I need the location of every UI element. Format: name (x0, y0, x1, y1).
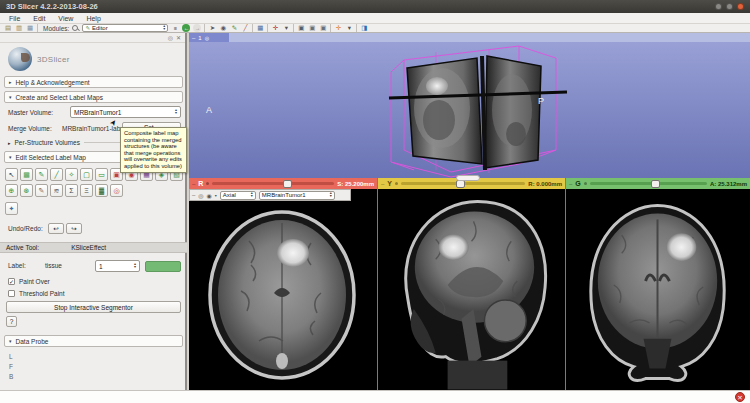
chevron-down-icon[interactable]: ▾ (215, 193, 217, 198)
help-acknowledgement-section[interactable]: ▸ Help & Acknowledgement (4, 76, 183, 88)
chevron-down-icon: ▾ (9, 338, 12, 344)
probe-layer-label: L (9, 353, 13, 360)
ruler-icon[interactable]: ╱ (241, 24, 249, 32)
paint-tool[interactable]: ✎ (35, 168, 48, 181)
green-slice-slider[interactable] (590, 182, 707, 185)
mouse-interaction-icon[interactable]: ➤ (208, 24, 216, 32)
pin-icon[interactable]: ◎ (205, 35, 209, 41)
menu-item[interactable]: Edit (33, 15, 45, 22)
pin-icon[interactable]: ◎ (198, 192, 203, 199)
data-probe-section[interactable]: ▾ Data Probe (4, 335, 183, 347)
error-badge-icon[interactable]: ✕ (735, 392, 745, 402)
orientation-selector[interactable]: Axial ▴▾ (220, 191, 256, 200)
main-toolbar: ▤▥▦ Modules: ✎ Editor ▴▾ ≡←→ ➤◉✎╱▦✛▾▣▣▣✛… (0, 24, 750, 33)
yellow-slice-slider[interactable] (401, 182, 525, 185)
spinbox-arrows-icon[interactable]: ▴▾ (134, 263, 136, 268)
volume-selector[interactable]: MRBrainTumor1 ▴▾ (259, 191, 335, 200)
chevron-down-icon: ▾ (9, 154, 12, 160)
panel-close-icon[interactable]: ✕ (176, 34, 181, 41)
green-slider-handle[interactable] (651, 180, 660, 188)
minimize-button[interactable] (715, 3, 722, 10)
threed-scene[interactable] (189, 42, 750, 178)
coronal-slice-image[interactable] (566, 189, 750, 390)
sceneview-capture-icon[interactable]: ▣ (308, 24, 316, 32)
menu-item[interactable]: View (58, 15, 73, 22)
module-search-icon[interactable] (72, 25, 79, 32)
menu-item[interactable]: Help (86, 15, 100, 22)
slice-menu-icon[interactable] (395, 182, 398, 185)
wand-tool[interactable]: ✧ (65, 168, 78, 181)
erase-label-tool[interactable]: ▩ (20, 168, 33, 181)
red-view-letter: R (198, 180, 203, 187)
module-selector[interactable]: ✎ Editor ▴▾ (82, 24, 168, 32)
kslice-tool[interactable]: ✦ (5, 202, 18, 215)
master-volume-selector[interactable]: MRBrainTumor1 ▴▾ (70, 106, 181, 118)
draw-tool[interactable]: ╱ (50, 168, 63, 181)
import-dicom-icon[interactable]: ▥ (15, 24, 23, 32)
viewers-icon[interactable]: ◉ (219, 24, 227, 32)
layout-icon[interactable]: ▦ (256, 24, 264, 32)
sceneview-restore-icon[interactable]: ▣ (319, 24, 327, 32)
watershed-tool[interactable]: ◎ (110, 184, 123, 197)
visibility-eye-icon[interactable]: ◉ (207, 192, 212, 199)
paint-over-tool[interactable]: ✎ (35, 184, 48, 197)
green-slice-view[interactable]: – G A: 25.312mm (565, 178, 750, 390)
collapse-icon[interactable]: – (192, 192, 195, 198)
maximize-button[interactable] (726, 3, 733, 10)
sagittal-slice-image[interactable] (378, 189, 565, 390)
data-probe-layers: LFB (9, 353, 13, 380)
slice-menu-icon[interactable] (206, 182, 209, 185)
threshold-paint-checkbox[interactable] (8, 290, 15, 297)
edit-pencil-icon[interactable]: ✎ (230, 24, 238, 32)
module-back-icon[interactable]: ← (182, 24, 190, 32)
module-forward-icon[interactable]: → (193, 24, 201, 32)
undo-button[interactable]: ↩ (48, 223, 64, 234)
save-icon[interactable]: ▦ (26, 24, 34, 32)
paint-over-label: Paint Over (19, 278, 50, 285)
panel-pin-icon[interactable]: ◎ (168, 34, 173, 41)
level-tracing-tool[interactable]: ▢ (80, 168, 93, 181)
title-bar[interactable]: 3D Slicer 4.2.2-2013-08-26 (0, 0, 750, 13)
create-select-labelmaps-section[interactable]: ▾ Create and Select Label Maps (4, 91, 183, 103)
yellow-pin-button[interactable] (456, 175, 480, 181)
combo-spinner-icon[interactable]: ▴▾ (175, 109, 177, 114)
erode-tool[interactable]: ⊛ (20, 184, 33, 197)
rectangle-tool[interactable]: ▭ (95, 168, 108, 181)
load-data-icon[interactable]: ▤ (4, 24, 12, 32)
threed-view[interactable]: – 1 ◎ (189, 33, 750, 178)
slice-menu-icon[interactable] (584, 182, 587, 185)
collapse-icon[interactable]: – (192, 181, 195, 187)
label-value-spinbox[interactable]: 1 ▴▾ (95, 260, 140, 272)
red-slider-handle[interactable] (283, 180, 292, 188)
collapse-icon[interactable]: – (381, 181, 384, 187)
combo-spinner-icon[interactable]: ▴▾ (163, 25, 165, 30)
threshold-tool[interactable]: Σ (65, 184, 78, 197)
close-button[interactable] (737, 3, 744, 10)
annotation-dropdown-icon[interactable]: ▾ (345, 24, 353, 32)
extensions-icon[interactable]: ◨ (360, 24, 368, 32)
default-cursor-tool[interactable]: ↖ (5, 168, 18, 181)
axial-slice-image[interactable] (189, 201, 377, 390)
paint-over-checkbox[interactable]: ✓ (8, 278, 15, 285)
annotation-add-icon[interactable]: ✛ (334, 24, 342, 32)
threed-view-controller-bar[interactable]: – 1 ◎ (189, 33, 750, 42)
label-color-swatch[interactable] (145, 261, 181, 272)
yellow-slice-view[interactable]: – Y R: 0.000mm (377, 178, 565, 390)
collapse-icon[interactable]: – (192, 35, 195, 41)
yellow-view-letter: Y (387, 180, 392, 187)
crosshair-dropdown-icon[interactable]: ▾ (282, 24, 290, 32)
module-history-icon[interactable]: ≡ (171, 24, 179, 32)
mask-tool[interactable]: ▓ (95, 184, 108, 197)
redo-button[interactable]: ↪ (66, 223, 82, 234)
menu-item[interactable]: File (9, 15, 20, 22)
dilate-tool[interactable]: ⊕ (5, 184, 18, 197)
stop-interactive-segmentor-button[interactable]: Stop Interactive Segmentor (6, 301, 181, 313)
interpolate-tool[interactable]: Ξ (80, 184, 93, 197)
red-slice-slider[interactable] (212, 182, 334, 185)
screenshot-icon[interactable]: ▣ (297, 24, 305, 32)
red-slice-view[interactable]: – R S: 25.200mm – ◎ ◉ ▾ Axial ▴▾ MRBrain… (189, 178, 377, 390)
collapse-icon[interactable]: – (569, 181, 572, 187)
fast-marching-tool[interactable]: ≋ (50, 184, 63, 197)
crosshair-icon[interactable]: ✛ (271, 24, 279, 32)
effect-help-button[interactable]: ? (6, 316, 17, 327)
